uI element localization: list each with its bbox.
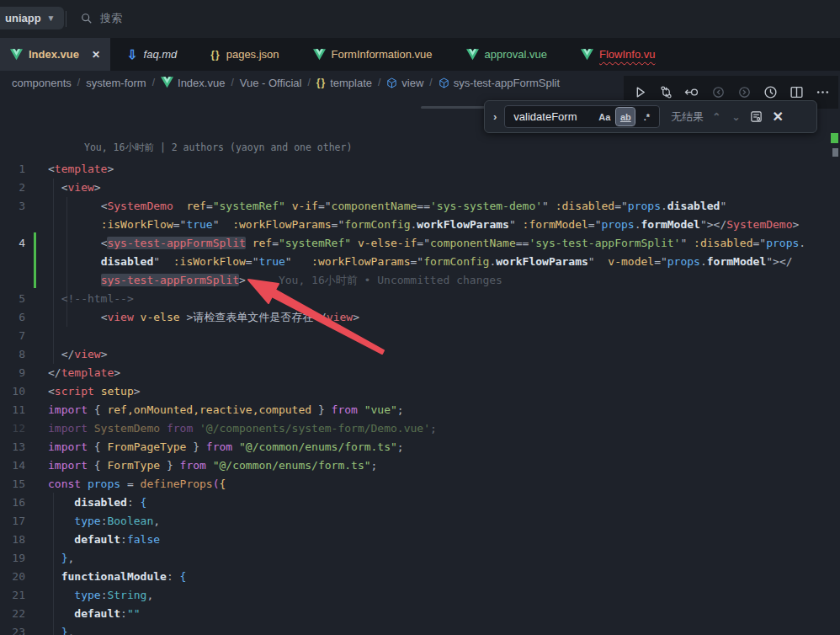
code-row[interactable]: 5 <!--html--> bbox=[0, 290, 840, 308]
code-row[interactable]: 19 }, bbox=[0, 549, 840, 568]
code-text: <template> bbox=[48, 160, 114, 179]
tab-label: approval.vue bbox=[485, 48, 547, 61]
tab-label: pages.json bbox=[226, 48, 279, 61]
expand-replace-icon[interactable]: › bbox=[492, 110, 498, 123]
code-row[interactable]: 17 type:Boolean, bbox=[0, 512, 840, 531]
code-row[interactable]: 20 functionalModule: { bbox=[0, 568, 840, 586]
breadcrumb-item-components[interactable]: components bbox=[12, 77, 72, 89]
code-row[interactable]: 10<script setup> bbox=[0, 382, 840, 401]
breadcrumb-label: components bbox=[12, 77, 72, 89]
code-text: disabled" :isWorkFlow="true" :workFlowPa… bbox=[48, 253, 793, 271]
code-editor[interactable]: You, 16小时前 | 2 authors (yaoyn and one ot… bbox=[0, 94, 840, 635]
breadcrumb-label: Vue - Official bbox=[240, 77, 302, 89]
breadcrumb-item-sys-test-appformsplit[interactable]: sys-test-appFormSplit bbox=[439, 77, 560, 89]
breadcrumb-separator: / bbox=[378, 77, 380, 88]
code-row[interactable]: 22 default:"" bbox=[0, 605, 840, 623]
next-match-button[interactable]: ⌄ bbox=[729, 111, 742, 123]
breadcrumb: components/system-form/Index.vue/Vue - O… bbox=[12, 71, 560, 94]
code-row[interactable]: 8 </view> bbox=[0, 345, 840, 364]
overview-ruler-cursor-mark bbox=[832, 148, 838, 157]
line-number: 8 bbox=[0, 345, 25, 364]
code-row[interactable]: 1<template> bbox=[0, 160, 840, 179]
breadcrumb-label: template bbox=[330, 77, 372, 89]
braces-icon: {} bbox=[316, 77, 326, 88]
global-search[interactable]: 搜索 bbox=[81, 11, 122, 26]
find-in-selection-button[interactable] bbox=[748, 110, 764, 123]
code-row[interactable]: 2 <view> bbox=[0, 179, 840, 197]
regex-button[interactable]: .* bbox=[637, 108, 656, 125]
project-menu[interactable]: uniapp ▼ bbox=[0, 7, 64, 29]
code-row[interactable]: 15const props = defineProps({ bbox=[0, 475, 840, 494]
code-row[interactable]: 13import { FromPageType } from "@/common… bbox=[0, 438, 840, 456]
title-bar: uniapp ▼ 搜索 bbox=[0, 0, 840, 38]
line-number: 11 bbox=[0, 401, 25, 419]
line-number: 15 bbox=[0, 475, 25, 494]
breadcrumb-item-view[interactable]: view bbox=[386, 77, 423, 89]
code-row[interactable]: :isWorkFlow="true" :workFlowParams="form… bbox=[0, 216, 840, 234]
code-row[interactable]: 9</template> bbox=[0, 364, 840, 382]
tab-faq-md[interactable]: ⇩faq.md bbox=[110, 38, 194, 71]
code-row[interactable]: 3 <SystemDemo ref="systemRef" v-if="comp… bbox=[0, 197, 840, 216]
code-row[interactable]: disabled" :isWorkFlow="true" :workFlowPa… bbox=[0, 253, 840, 271]
close-icon[interactable]: ✕ bbox=[92, 49, 100, 61]
breadcrumb-item-system-form[interactable]: system-form bbox=[86, 77, 146, 89]
code-row[interactable]: 4 <sys-test-appFormSplit ref="systemRef"… bbox=[0, 234, 840, 253]
code-text: <SystemDemo ref="systemRef" v-if="compon… bbox=[48, 197, 726, 216]
code-text: disabled: { bbox=[48, 494, 146, 512]
code-text: import { FormType } from "@/common/enums… bbox=[48, 456, 377, 475]
project-name: uniapp bbox=[5, 12, 41, 24]
gitlens-blame-annotation: You, 16小时前 | 2 authors (yaoyn and one ot… bbox=[84, 141, 352, 154]
code-row[interactable]: 12import SystemDemo from '@/components/s… bbox=[0, 419, 840, 438]
overview-ruler-change-mark bbox=[831, 133, 838, 143]
code-row[interactable]: 21 type:String, bbox=[0, 586, 840, 605]
breadcrumb-separator: / bbox=[77, 77, 80, 88]
tab-flowinfo-vu[interactable]: FlowInfo.vu bbox=[564, 38, 657, 71]
line-number: 6 bbox=[0, 308, 25, 327]
gutter-change-indicator[interactable] bbox=[34, 232, 36, 288]
code-text: functionalModule: { bbox=[48, 568, 186, 586]
find-input-box: Aa ab .* bbox=[504, 105, 660, 128]
search-placeholder: 搜索 bbox=[100, 11, 122, 26]
code-text: sys-test-appFormSplit> You, 16小时前 • Unco… bbox=[48, 271, 502, 290]
whole-word-button[interactable]: ab bbox=[616, 108, 635, 125]
breadcrumb-label: view bbox=[401, 77, 423, 89]
code-row[interactable]: 18 default:false bbox=[0, 531, 840, 549]
line-number bbox=[0, 216, 25, 234]
code-row[interactable]: 23 }, bbox=[0, 623, 840, 635]
titlebar-divider bbox=[66, 11, 66, 27]
code-text: type:Boolean, bbox=[48, 512, 160, 531]
close-find-button[interactable]: ✕ bbox=[770, 109, 784, 125]
breadcrumb-item-index-vue[interactable]: Index.vue bbox=[161, 77, 225, 89]
vue-icon bbox=[466, 49, 479, 61]
tab-approval-vue[interactable]: approval.vue bbox=[449, 38, 564, 71]
code-row[interactable]: 16 disabled: { bbox=[0, 494, 840, 512]
code-row[interactable]: 14import { FormType } from "@/common/enu… bbox=[0, 456, 840, 475]
line-number: 23 bbox=[0, 623, 25, 635]
breadcrumb-item-vue-official[interactable]: Vue - Official bbox=[240, 77, 302, 89]
match-case-button[interactable]: Aa bbox=[595, 108, 614, 125]
code-text: default:false bbox=[48, 531, 160, 549]
breadcrumb-separator: / bbox=[152, 77, 155, 88]
breadcrumb-item-template[interactable]: {}template bbox=[316, 77, 372, 89]
braces-icon: {} bbox=[210, 49, 220, 61]
tab-index-vue[interactable]: Index.vue✕ bbox=[0, 38, 110, 71]
tab-label: FlowInfo.vu bbox=[599, 48, 655, 61]
vue-icon bbox=[581, 49, 593, 61]
tab-forminformation-vue[interactable]: FormInformation.vue bbox=[296, 38, 449, 71]
tab-bar: Index.vue✕⇩faq.md{}pages.jsonFormInforma… bbox=[0, 38, 840, 71]
line-number: 3 bbox=[0, 197, 25, 216]
prev-match-button[interactable]: ⌃ bbox=[710, 111, 723, 123]
code-row[interactable]: 6 <view v-else >请检查表单文件是否存在</view> bbox=[0, 308, 840, 327]
find-input[interactable] bbox=[512, 109, 593, 124]
code-text: <script setup> bbox=[48, 382, 141, 401]
line-number: 4 bbox=[0, 234, 25, 253]
tab-pages-json[interactable]: {}pages.json bbox=[194, 38, 295, 71]
line-number bbox=[0, 271, 25, 290]
find-widget: › Aa ab .* 无结果 ⌃ ⌄ ✕ bbox=[484, 100, 817, 133]
code-row[interactable]: sys-test-appFormSplit> You, 16小时前 • Unco… bbox=[0, 271, 840, 290]
line-number: 14 bbox=[0, 456, 25, 475]
find-results-count: 无结果 bbox=[671, 109, 704, 125]
tabs-container: Index.vue✕⇩faq.md{}pages.jsonFormInforma… bbox=[0, 38, 657, 71]
code-row[interactable]: 7 bbox=[0, 327, 840, 345]
code-row[interactable]: 11import { ref,onMounted,reactive,comput… bbox=[0, 401, 840, 419]
